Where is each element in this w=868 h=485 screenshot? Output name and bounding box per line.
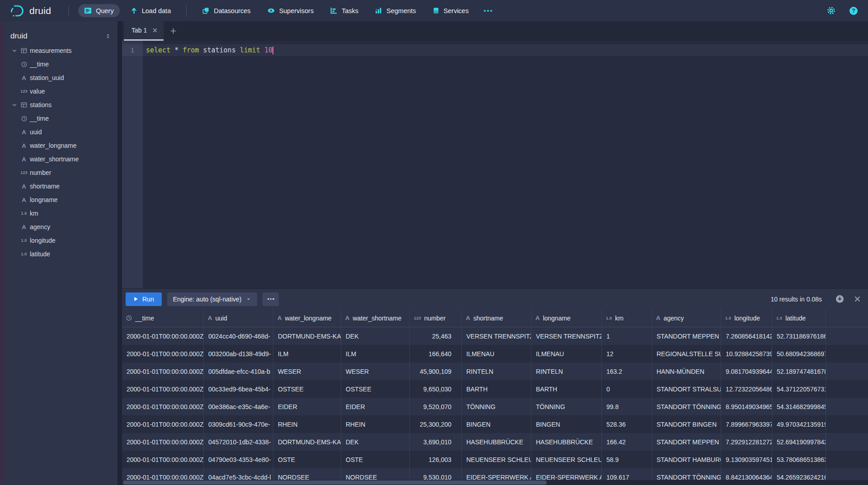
table-cell[interactable]: HANN-MÜNDEN bbox=[652, 363, 721, 380]
table-cell[interactable]: DORTMUND-EMS-KANAL bbox=[273, 433, 341, 451]
table-cell[interactable]: BINGEN bbox=[462, 415, 531, 433]
close-results-button[interactable] bbox=[854, 296, 861, 302]
table-cell[interactable]: 7.2608564181428 bbox=[721, 327, 772, 345]
table-cell[interactable]: 2000-01-01T00:00:00.000Z bbox=[122, 433, 204, 451]
table-cell[interactable]: 52.694190997842 bbox=[772, 433, 826, 451]
engine-select[interactable]: Engine: auto (sql-native) bbox=[167, 292, 258, 306]
table-cell[interactable]: STANDORT MEPPEN bbox=[652, 433, 721, 451]
table-cell[interactable]: 0 bbox=[602, 380, 652, 398]
tree-column-__time[interactable]: __time bbox=[5, 112, 117, 125]
tree-column-km[interactable]: 1.0 km bbox=[5, 207, 117, 220]
table-cell[interactable]: 52.189747481678 bbox=[772, 363, 826, 380]
table-cell[interactable]: 00e386ac-e35c-4a6e- bbox=[204, 398, 273, 415]
table-cell[interactable]: 00c33ed9-6bea-45b4- bbox=[204, 380, 273, 398]
table-cell[interactable]: WESER bbox=[273, 363, 341, 380]
tree-column-station_uuid[interactable]: A station_uuid bbox=[5, 71, 117, 85]
table-cell[interactable]: 8.950149034965 bbox=[721, 398, 772, 415]
table-cell[interactable]: RINTELN bbox=[531, 363, 602, 380]
druid-logo[interactable]: druid bbox=[0, 4, 61, 18]
add-tab-button[interactable] bbox=[164, 21, 183, 41]
table-cell[interactable]: STANDORT MEPPEN bbox=[652, 327, 721, 345]
table-cell[interactable]: NEUENSEER SCHLEUSE bbox=[462, 451, 531, 468]
column-header-longitude[interactable]: 1.0 longitude bbox=[721, 309, 772, 327]
nav-item-tasks[interactable]: Tasks bbox=[324, 4, 364, 17]
table-cell[interactable]: 12.723220564867 bbox=[721, 380, 772, 398]
table-cell[interactable]: BARTH bbox=[462, 380, 531, 398]
table-cell[interactable]: ILMENAU bbox=[531, 345, 602, 363]
table-cell[interactable]: OSTSEE bbox=[341, 380, 410, 398]
nav-item-load-data[interactable]: Load data bbox=[124, 4, 177, 17]
table-cell[interactable]: VERSEN TRENNSPITZE bbox=[462, 327, 531, 345]
table-cell[interactable]: RHEIN bbox=[273, 415, 341, 433]
table-cell[interactable]: 53.780686513863 bbox=[772, 451, 826, 468]
nav-item-services[interactable]: Services bbox=[427, 4, 475, 17]
query-more-button[interactable] bbox=[263, 292, 279, 306]
tree-column-__time[interactable]: __time bbox=[5, 57, 117, 71]
table-cell[interactable]: 005dfdae-efcc-410a-b bbox=[204, 363, 273, 380]
table-cell[interactable]: RHEIN bbox=[341, 415, 410, 433]
table-cell[interactable]: 9,520,070 bbox=[410, 398, 462, 415]
table-cell[interactable]: TÖNNING bbox=[462, 398, 531, 415]
column-header-uuid[interactable]: A uuid bbox=[204, 309, 273, 327]
table-cell[interactable]: 003200ab-d138-49d9- bbox=[204, 345, 273, 363]
horizontal-scrollbar[interactable] bbox=[122, 480, 868, 485]
table-cell[interactable]: 04572010-1db2-4338- bbox=[204, 433, 273, 451]
table-cell[interactable]: EIDER bbox=[273, 398, 341, 415]
table-cell[interactable]: RINTELN bbox=[462, 363, 531, 380]
sql-query-text[interactable]: select * from stations limit 10 bbox=[146, 46, 273, 54]
table-cell[interactable]: 2000-01-01T00:00:00.000Z bbox=[122, 345, 204, 363]
table-cell[interactable]: 2000-01-01T00:00:00.000Z bbox=[122, 451, 204, 468]
table-cell[interactable]: 166.42 bbox=[602, 433, 652, 451]
column-header-longname[interactable]: A longname bbox=[531, 309, 602, 327]
nav-more-button[interactable] bbox=[479, 7, 497, 14]
table-cell[interactable]: OSTE bbox=[341, 451, 410, 468]
table-cell[interactable]: NEUENSEER SCHLEUSE bbox=[531, 451, 602, 468]
table-cell[interactable]: 528.36 bbox=[602, 415, 652, 433]
query-editor[interactable]: 1 select * from stations limit 10 bbox=[122, 41, 868, 288]
table-cell[interactable]: 25,463 bbox=[410, 327, 462, 345]
tree-column-shortname[interactable]: A shortname bbox=[5, 179, 117, 193]
table-cell[interactable]: 166,640 bbox=[410, 345, 462, 363]
table-cell[interactable]: 99.8 bbox=[602, 398, 652, 415]
column-header-water_longname[interactable]: A water_longname bbox=[273, 309, 341, 327]
table-cell[interactable]: 04790e03-4353-4e80- bbox=[204, 451, 273, 468]
scrollbar-thumb[interactable] bbox=[123, 480, 547, 485]
sidebar-scroll-strip[interactable] bbox=[0, 21, 5, 485]
editor-line-1[interactable]: 1 select * from stations limit 10 bbox=[122, 44, 868, 56]
column-header-__time[interactable]: __time bbox=[122, 309, 204, 327]
table-cell[interactable]: 163.2 bbox=[602, 363, 652, 380]
settings-button[interactable] bbox=[827, 6, 835, 15]
table-cell[interactable]: STANDORT HAMBURG bbox=[652, 451, 721, 468]
table-cell[interactable]: 54.371220576731 bbox=[772, 380, 826, 398]
table-cell[interactable]: 50.680942368697 bbox=[772, 345, 826, 363]
table-cell[interactable]: 12 bbox=[602, 345, 652, 363]
table-cell[interactable]: OSTSEE bbox=[273, 380, 341, 398]
tree-table-stations[interactable]: stations bbox=[5, 98, 117, 112]
table-cell[interactable]: 1 bbox=[602, 327, 652, 345]
column-header-shortname[interactable]: A shortname bbox=[462, 309, 531, 327]
column-header-number[interactable]: 123 number bbox=[410, 309, 462, 327]
tree-column-number[interactable]: 123 number bbox=[5, 166, 117, 179]
tree-column-longitude[interactable]: 1.0 longitude bbox=[5, 234, 117, 247]
table-cell[interactable]: HASEHUBBRÜCKE bbox=[531, 433, 602, 451]
table-cell[interactable]: 52.731186976186 bbox=[772, 327, 826, 345]
table-cell[interactable]: 45,900,109 bbox=[410, 363, 462, 380]
table-cell[interactable]: REGIONALSTELLE SUHL bbox=[652, 345, 721, 363]
table-cell[interactable]: DEK bbox=[341, 433, 410, 451]
schema-selector[interactable]: druid bbox=[5, 28, 117, 44]
tree-column-longname[interactable]: A longname bbox=[5, 193, 117, 207]
run-button[interactable]: Run bbox=[126, 292, 162, 306]
table-cell[interactable]: STANDORT STRALSUND bbox=[652, 380, 721, 398]
table-cell[interactable]: 2000-01-01T00:00:00.000Z bbox=[122, 363, 204, 380]
table-cell[interactable]: 7.8996679633973 bbox=[721, 415, 772, 433]
table-cell[interactable]: 58.9 bbox=[602, 451, 652, 468]
table-cell[interactable]: DORTMUND-EMS-KANAL bbox=[273, 327, 341, 345]
table-cell[interactable]: WESER bbox=[341, 363, 410, 380]
table-cell[interactable]: VERSEN TRENNSPITZE bbox=[531, 327, 602, 345]
table-cell[interactable]: 2000-01-01T00:00:00.000Z bbox=[122, 327, 204, 345]
tree-column-uuid[interactable]: A uuid bbox=[5, 125, 117, 139]
table-cell[interactable]: ILM bbox=[341, 345, 410, 363]
table-cell[interactable]: 2000-01-01T00:00:00.000Z bbox=[122, 380, 204, 398]
tree-column-value[interactable]: 123 value bbox=[5, 85, 117, 98]
table-cell[interactable]: 54.314682999845 bbox=[772, 398, 826, 415]
